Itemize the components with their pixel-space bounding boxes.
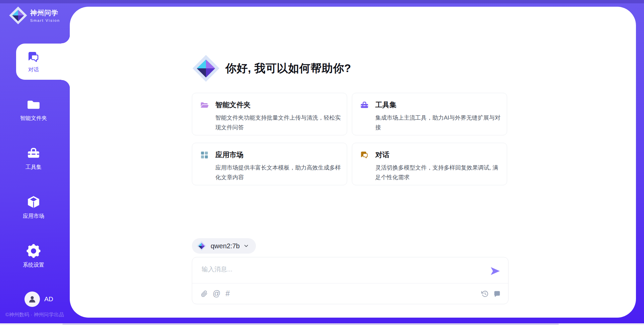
sidebar-item-label: 工具集 (7, 164, 60, 171)
message-input[interactable] (202, 263, 477, 276)
sidebar-item-label: 系统设置 (7, 262, 60, 269)
cube-icon (26, 195, 41, 209)
user-name: AD (44, 296, 53, 303)
diamond-logo-icon (192, 54, 220, 82)
mention-icon[interactable]: @ (213, 290, 220, 298)
scrollbar-thumb[interactable] (62, 323, 559, 325)
card-description: 灵活切换多模型文件，支持多样回复效果调试, 满足个性化需求 (375, 163, 503, 182)
model-name: qwen2:7b (211, 242, 240, 250)
history-icon[interactable] (481, 290, 489, 298)
sidebar-item-toolbox[interactable]: 工具集 (7, 146, 60, 171)
sidebar-item-smart-folder[interactable]: 智能文件夹 (7, 97, 60, 122)
card-title: 智能文件夹 (215, 100, 251, 110)
card-title: 对话 (375, 150, 389, 159)
greeting: 你好, 我可以如何帮助你? (192, 54, 351, 82)
user-profile[interactable]: AD (24, 291, 53, 307)
gear-icon (26, 244, 41, 258)
brand: 神州问学 Smart Vision (9, 6, 60, 25)
chat-icon (360, 150, 369, 159)
sidebar-item-label: 应用市场 (7, 213, 60, 220)
window-top-shade (0, 0, 644, 3)
chat-icon (27, 50, 40, 64)
toolbox-icon (360, 101, 369, 110)
card-description: 智能文件夹功能支持批量文件上传与清洗，轻松实现文件问答 (215, 113, 343, 132)
brand-subtitle: Smart Vision (30, 18, 60, 22)
message-composer: @ # (192, 257, 508, 304)
horizontal-scrollbar[interactable] (0, 323, 644, 325)
attachment-icon[interactable] (201, 290, 208, 298)
folder-icon (26, 97, 41, 111)
avatar (24, 291, 40, 307)
sidebar-item-settings[interactable]: 系统设置 (7, 244, 60, 269)
diamond-logo-icon (197, 241, 207, 251)
model-selector[interactable]: qwen2:7b (192, 238, 256, 254)
brand-name: 神州问学 (30, 8, 60, 17)
hashtag-icon[interactable]: # (225, 290, 230, 298)
card-title: 工具集 (375, 100, 396, 110)
grid-icon (200, 150, 209, 159)
sidebar-item-chat[interactable]: 对话 (16, 44, 70, 80)
card-description: 应用市场提供丰富长文本模板，助力高效生成多样化文章内容 (215, 163, 343, 182)
card-toolbox[interactable]: 工具集 集成市场上主流工具，助力AI与外界无缝扩展与对接 (352, 93, 507, 135)
feature-cards: 智能文件夹 智能文件夹功能支持批量文件上传与清洗，轻松实现文件问答 工具集 集成… (192, 93, 508, 185)
card-title: 应用市场 (215, 150, 244, 159)
copyright-footer: ©神州数码 · 神州问学出品 (5, 312, 64, 318)
composer-toolbar: @ # (201, 283, 501, 304)
greeting-text: 你好, 我可以如何帮助你? (225, 61, 351, 76)
card-app-market[interactable]: 应用市场 应用市场提供丰富长文本模板，助力高效生成多样化文章内容 (192, 143, 347, 185)
main-panel: 你好, 我可以如何帮助你? 智能文件夹 智能文件夹功能支持批量文件上传与清洗，轻… (70, 7, 636, 318)
toolbox-icon (26, 146, 41, 160)
brand-logo-icon (9, 6, 28, 25)
quick-reply-icon[interactable] (493, 290, 501, 298)
card-smart-folder[interactable]: 智能文件夹 智能文件夹功能支持批量文件上传与清洗，轻松实现文件问答 (192, 93, 347, 135)
folder-open-icon (200, 101, 209, 110)
card-description: 集成市场上主流工具，助力AI与外界无缝扩展与对接 (375, 113, 503, 132)
sidebar-item-label: 智能文件夹 (7, 115, 60, 122)
send-icon[interactable] (490, 266, 500, 276)
sidebar-item-label: 对话 (28, 66, 39, 73)
card-chat[interactable]: 对话 灵活切换多模型文件，支持多样回复效果调试, 满足个性化需求 (352, 143, 507, 185)
chevron-down-icon (243, 243, 249, 249)
user-icon (28, 295, 37, 304)
sidebar-item-app-market[interactable]: 应用市场 (7, 195, 60, 220)
